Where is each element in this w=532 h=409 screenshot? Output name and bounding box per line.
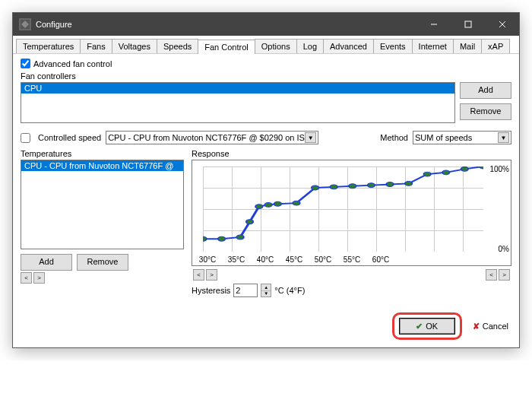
- controlled-speed-checkbox[interactable]: [21, 133, 30, 143]
- svg-point-13: [312, 185, 319, 190]
- xmax-prev-button[interactable]: <: [486, 269, 497, 281]
- tab-mail[interactable]: Mail: [453, 39, 482, 53]
- temp-next-button[interactable]: >: [33, 272, 45, 284]
- hysteresis-label: Hysteresis: [192, 286, 230, 295]
- tab-xap[interactable]: xAP: [481, 39, 510, 53]
- tab-speeds[interactable]: Speeds: [157, 39, 198, 53]
- response-chart[interactable]: 100% 0% 30°C 35°C 40°C 45°C 50°C 55°C 60…: [192, 160, 511, 266]
- remove-controller-button[interactable]: Remove: [460, 103, 511, 120]
- x-tick: 45°C: [286, 255, 302, 264]
- svg-point-9: [255, 204, 263, 209]
- ok-button[interactable]: ✔ OK: [399, 318, 455, 334]
- temperatures-list[interactable]: CPU - CPU from Nuvoton NCT6776F @: [21, 160, 184, 249]
- svg-point-22: [480, 166, 483, 169]
- svg-point-11: [274, 201, 282, 206]
- x-tick: 50°C: [315, 255, 331, 264]
- cancel-button[interactable]: ✘ Cancel: [473, 318, 508, 334]
- hysteresis-input[interactable]: [233, 284, 258, 297]
- svg-point-21: [461, 166, 469, 171]
- hysteresis-spinner[interactable]: ▲▼: [261, 284, 271, 297]
- x-tick: 40°C: [257, 255, 274, 264]
- chevron-down-icon[interactable]: ▼: [305, 132, 316, 143]
- add-controller-button[interactable]: Add: [460, 82, 511, 99]
- temp-prev-button[interactable]: <: [21, 272, 32, 284]
- svg-point-7: [236, 235, 244, 239]
- tab-voltages[interactable]: Voltages: [112, 39, 157, 53]
- app-icon: [19, 18, 31, 30]
- advanced-fan-control-label: Advanced fan control: [33, 59, 112, 68]
- configure-window: Configure TemperaturesFansVoltagesSpeeds…: [12, 12, 520, 348]
- svg-point-10: [264, 202, 272, 207]
- svg-point-20: [442, 170, 450, 175]
- tab-internet[interactable]: Internet: [412, 39, 454, 53]
- method-value: SUM of speeds: [415, 133, 498, 142]
- xmax-next-button[interactable]: >: [499, 269, 510, 281]
- svg-point-5: [203, 236, 207, 241]
- fan-controllers-label: Fan controllers: [21, 71, 511, 81]
- maximize-button[interactable]: [451, 13, 485, 36]
- temperatures-label: Temperatures: [21, 149, 184, 158]
- tab-temperatures[interactable]: Temperatures: [16, 39, 81, 53]
- method-dropdown[interactable]: SUM of speeds ▼: [413, 131, 511, 144]
- hysteresis-unit: °C (4°F): [274, 286, 305, 295]
- svg-point-12: [293, 201, 300, 205]
- svg-point-15: [349, 184, 356, 189]
- tab-events[interactable]: Events: [373, 39, 413, 53]
- list-item[interactable]: CPU: [21, 83, 454, 94]
- window-title: Configure: [36, 20, 416, 29]
- svg-point-18: [405, 181, 413, 185]
- svg-point-14: [330, 185, 337, 189]
- controlled-speed-label: Controlled speed: [38, 133, 101, 142]
- svg-point-19: [423, 172, 431, 176]
- tab-content: Advanced fan control Fan controllers CPU…: [13, 54, 519, 305]
- svg-point-6: [218, 236, 226, 241]
- x-icon: ✘: [473, 322, 480, 331]
- controlled-speed-value: CPU - CPU from Nuvoton NCT6776F @ $0290 …: [108, 133, 305, 142]
- x-tick: 35°C: [228, 255, 245, 264]
- y-tick: 0%: [499, 245, 509, 253]
- advanced-fan-control-checkbox[interactable]: [21, 59, 30, 68]
- xmin-next-button[interactable]: >: [206, 269, 217, 281]
- list-item[interactable]: CPU - CPU from Nuvoton NCT6776F @: [21, 160, 183, 171]
- svg-point-8: [246, 220, 254, 224]
- minimize-button[interactable]: [416, 13, 451, 36]
- y-tick: 100%: [489, 165, 509, 173]
- method-label: Method: [380, 133, 408, 142]
- add-temperature-button[interactable]: Add: [21, 254, 72, 271]
- remove-temperature-button[interactable]: Remove: [77, 254, 128, 271]
- x-tick: 60°C: [372, 255, 389, 264]
- check-icon: ✔: [416, 322, 423, 331]
- chart-svg: [203, 166, 483, 252]
- controlled-speed-dropdown[interactable]: CPU - CPU from Nuvoton NCT6776F @ $0290 …: [106, 131, 318, 144]
- chevron-down-icon[interactable]: ▼: [498, 132, 509, 143]
- x-tick: 55°C: [344, 255, 360, 264]
- tab-options[interactable]: Options: [255, 39, 297, 53]
- ok-highlight: ✔ OK: [392, 312, 462, 340]
- fan-controllers-list[interactable]: CPU: [21, 82, 455, 123]
- close-button[interactable]: [485, 13, 519, 36]
- dialog-footer: ✔ OK ✘ Cancel: [13, 305, 519, 347]
- response-label: Response: [192, 149, 511, 158]
- titlebar: Configure: [13, 13, 519, 36]
- tab-fans[interactable]: Fans: [80, 39, 112, 53]
- tab-fan-control[interactable]: Fan Control: [198, 40, 255, 54]
- tab-advanced[interactable]: Advanced: [323, 39, 374, 53]
- tabs-bar: TemperaturesFansVoltagesSpeedsFan Contro…: [13, 36, 519, 54]
- x-tick: 30°C: [199, 255, 216, 264]
- xmin-prev-button[interactable]: <: [193, 269, 204, 281]
- tab-log[interactable]: Log: [296, 39, 324, 53]
- svg-point-17: [386, 182, 394, 187]
- svg-rect-2: [465, 21, 471, 27]
- svg-point-16: [368, 183, 375, 188]
